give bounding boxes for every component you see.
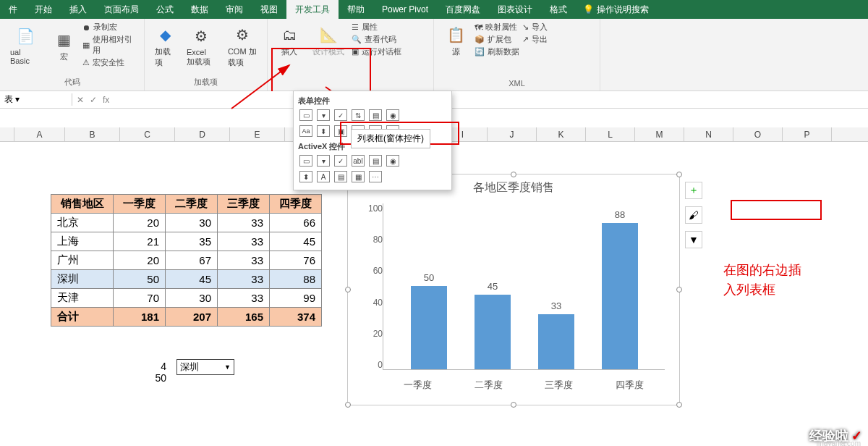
tab-review[interactable]: 审阅 [217, 0, 252, 19]
tab-data[interactable]: 数据 [182, 0, 217, 19]
tab-view[interactable]: 视图 [252, 0, 286, 19]
activex-checkbox[interactable]: ✓ [334, 155, 347, 167]
col-header[interactable]: C [120, 127, 175, 141]
col-header[interactable]: D [175, 127, 230, 141]
view-code-button[interactable]: 🔍 查看代码 [352, 34, 401, 45]
activex-button[interactable]: ▭ [299, 155, 312, 167]
col-header[interactable]: B [65, 127, 120, 141]
linked-index: 4 [145, 361, 166, 372]
table-row[interactable]: 广州20673376 [51, 251, 322, 270]
resize-handle[interactable] [676, 172, 682, 177]
activex-option[interactable]: ◉ [386, 155, 399, 167]
activex-image[interactable]: ▦ [352, 171, 365, 182]
chart-styles-button[interactable]: 🖌 [685, 206, 702, 224]
embedded-chart[interactable]: 各地区季度销售 100806040200 50453388 一季度二季度三季度四… [347, 174, 680, 405]
table-total-row: 合计181207165374 [51, 308, 322, 327]
x-tick-label: 二季度 [475, 379, 503, 392]
map-properties-button[interactable]: 🗺 映射属性 [475, 22, 519, 33]
tab-developer[interactable]: 开发工具 [286, 0, 339, 19]
form-listbox-control[interactable]: ▤ [369, 109, 382, 121]
table-row[interactable]: 深圳50453388 [51, 270, 322, 289]
macro-button[interactable]: ▦宏 [48, 22, 80, 68]
ribbon: 📄ual Basic ▦宏 ⏺ 录制宏 ▦ 使用相对引用 ⚠ 宏安全性 代码 ◆… [0, 19, 868, 91]
col-header[interactable]: N [684, 127, 733, 141]
form-combo-control[interactable]: ▾ [317, 109, 330, 121]
resize-handle[interactable] [676, 402, 682, 408]
col-header[interactable]: L [586, 127, 635, 141]
form-label-control[interactable]: Aa [299, 125, 312, 137]
tab-home[interactable]: 开始 [26, 0, 61, 19]
fx-icon[interactable]: fx [103, 95, 109, 105]
activex-listbox[interactable]: ▤ [369, 155, 382, 167]
col-header[interactable]: K [537, 127, 586, 141]
tab-layout[interactable]: 页面布局 [95, 0, 148, 19]
tab-chartdesign[interactable]: 图表设计 [489, 0, 541, 19]
com-addin-icon: ⚙ [231, 23, 254, 46]
chart-filter-button[interactable]: ▼ [685, 231, 702, 248]
name-box[interactable]: 表 ▾ [0, 93, 72, 106]
tell-me-search[interactable]: 💡 操作说明搜索 [576, 4, 656, 16]
col-header[interactable]: M [635, 127, 684, 141]
table-row[interactable]: 天津70303399 [51, 289, 322, 308]
form-button-control[interactable]: ▭ [299, 109, 312, 121]
table-row[interactable]: 上海21353345 [51, 232, 322, 251]
x-tick-label: 一季度 [404, 379, 432, 392]
com-addins-button[interactable]: ⚙COM 加载项 [224, 22, 261, 70]
import-button[interactable]: ↘ 导入 [522, 22, 548, 33]
visual-basic-button[interactable]: 📄ual Basic [6, 22, 46, 68]
form-optionbutton-control[interactable]: ◉ [386, 109, 399, 121]
refresh-data-button[interactable]: 🔄 刷新数据 [475, 46, 519, 57]
form-combobox[interactable]: 深圳 ▼ [176, 359, 234, 375]
record-macro-button[interactable]: ⏺ 录制宏 [82, 22, 138, 33]
col-header[interactable]: A [14, 127, 65, 141]
form-checkbox-control[interactable]: ✓ [334, 109, 347, 121]
tab-help[interactable]: 帮助 [339, 0, 373, 19]
chart-bar[interactable] [538, 314, 574, 369]
tab-format[interactable]: 格式 [541, 0, 576, 19]
xml-source-button[interactable]: 📋源 [440, 22, 472, 59]
excel-addins-button[interactable]: ⚙Excel 加载项 [182, 22, 221, 70]
th-q1: 一季度 [114, 195, 166, 214]
resize-handle[interactable] [676, 287, 682, 293]
export-button[interactable]: ↗ 导出 [522, 34, 548, 45]
chart-add-element-button[interactable]: ＋ [685, 182, 702, 199]
activex-toggle[interactable]: ⬍ [299, 171, 312, 182]
chart-bar[interactable] [602, 223, 638, 369]
relative-ref-button[interactable]: ▦ 使用相对引用 [82, 34, 138, 56]
col-header[interactable]: J [488, 127, 537, 141]
activex-spin[interactable]: A [317, 171, 330, 182]
annotation-text: 在图的右边插 入列表框 [723, 261, 801, 300]
chart-bar[interactable] [411, 286, 447, 369]
form-scrollbar-control[interactable]: ⬍ [317, 125, 330, 137]
col-header[interactable]: E [230, 127, 285, 141]
tab-insert[interactable]: 插入 [61, 0, 95, 19]
col-header[interactable]: P [783, 127, 832, 141]
expand-button[interactable]: 📦 扩展包 [475, 34, 519, 45]
table-row[interactable]: 北京20303366 [51, 214, 322, 232]
resize-handle[interactable] [511, 172, 516, 177]
resize-handle[interactable] [511, 402, 516, 408]
tab-file[interactable]: 件 [0, 0, 26, 19]
activex-more[interactable]: ⋯ [369, 171, 382, 182]
resize-handle[interactable] [345, 287, 351, 293]
insert-control-icon: 🗂 [278, 23, 301, 46]
activex-combo[interactable]: ▾ [317, 155, 330, 167]
cancel-icon[interactable]: ✕ [77, 95, 84, 105]
chart-bar[interactable] [475, 295, 511, 370]
bar-value-label: 45 [475, 281, 511, 292]
col-header[interactable]: O [733, 127, 783, 141]
tab-formula[interactable]: 公式 [148, 0, 182, 19]
tab-baidu[interactable]: 百度网盘 [437, 0, 489, 19]
form-spinner-control[interactable]: ⇅ [352, 109, 365, 121]
addins-button[interactable]: ◆加载项 [150, 22, 179, 70]
activex-scroll[interactable]: ▤ [334, 171, 347, 182]
macro-security-button[interactable]: ⚠ 宏安全性 [82, 57, 138, 68]
tab-powerpivot[interactable]: Power Pivot [373, 0, 437, 19]
confirm-icon[interactable]: ✓ [90, 95, 97, 105]
properties-button[interactable]: ☰ 属性 [352, 22, 401, 33]
combo-value: 深圳 [180, 361, 199, 374]
resize-handle[interactable] [345, 402, 351, 408]
activex-textbox[interactable]: abl [352, 155, 365, 167]
plot-area[interactable]: 50453388 [383, 203, 665, 370]
group-addins-label: 加载项 [150, 77, 261, 88]
